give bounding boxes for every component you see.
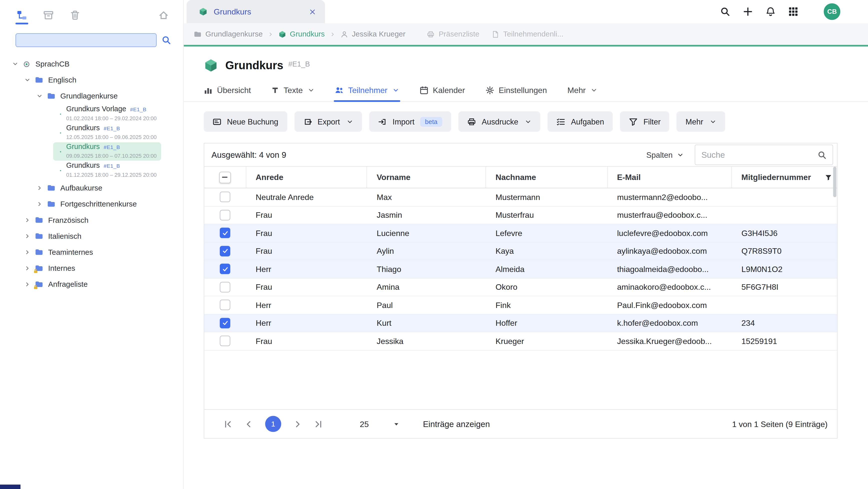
- table-row[interactable]: HerrPaul FinkPaul.Fink@edoobox.com: [204, 296, 837, 314]
- ausdrucke-button[interactable]: Ausdrucke: [458, 111, 540, 132]
- tree-node-englisch[interactable]: Englisch: [0, 72, 183, 88]
- table-search-input[interactable]: [702, 150, 817, 160]
- tab-texte[interactable]: Texte: [271, 86, 314, 101]
- chevron-right-icon[interactable]: [25, 249, 30, 255]
- breadcrumb-item-praesenzliste[interactable]: Präsenzliste: [427, 30, 479, 38]
- course-cube-icon: [278, 30, 286, 38]
- apps-grid-icon[interactable]: [788, 7, 798, 17]
- row-checkbox[interactable]: [220, 282, 230, 292]
- course-name: Grundkurs: [66, 124, 100, 133]
- tab-teilnehmer[interactable]: Teilnehmer: [335, 86, 399, 101]
- tab-kalender[interactable]: Kalender: [420, 86, 465, 101]
- import-button[interactable]: Import beta: [369, 111, 451, 132]
- chevron-down-icon: [710, 118, 717, 125]
- notifications-bell-icon[interactable]: [766, 7, 776, 17]
- tree-course[interactable]: Grundkurs Vorlage#E1_B 01.02.2024 18:00 …: [53, 105, 161, 123]
- row-checkbox[interactable]: [220, 336, 230, 346]
- row-checkbox[interactable]: [220, 210, 230, 220]
- gear-icon: [485, 86, 494, 94]
- open-tab-grundkurs[interactable]: Grundkurs: [187, 0, 325, 23]
- table-row[interactable]: FrauJessika KruegerJessika.Krueger@edoob…: [204, 332, 837, 350]
- row-checkbox[interactable]: [220, 318, 230, 328]
- chevron-right-icon[interactable]: [25, 281, 30, 287]
- col-vorname: Vorname: [367, 167, 486, 188]
- tree-node-teaminternes[interactable]: Teaminternes: [0, 244, 183, 260]
- chevron-right-icon[interactable]: [25, 217, 30, 223]
- tree-node-anfrageliste[interactable]: Anfrageliste: [0, 276, 183, 292]
- chevron-right-icon[interactable]: [25, 233, 30, 239]
- folder-icon: [35, 248, 43, 256]
- tree-node-aufbaukurse[interactable]: Aufbaukurse: [0, 180, 183, 196]
- text-icon: [271, 86, 279, 94]
- global-search-icon[interactable]: [720, 7, 730, 17]
- table-row[interactable]: FrauJasmin Musterfraumusterfrau@edoobox.…: [204, 206, 837, 224]
- current-page[interactable]: 1: [265, 416, 281, 432]
- tree-course[interactable]: Grundkurs#E1_B 01.12.2025 18:00 – 29.12.…: [53, 161, 161, 179]
- tree-label: Französisch: [48, 216, 88, 224]
- row-checkbox[interactable]: [220, 300, 230, 310]
- row-checkbox[interactable]: [220, 192, 230, 202]
- tree-view-icon[interactable]: [17, 10, 27, 20]
- table-row[interactable]: FrauAmina Okoroaminaokoro@edoobox.c... 5…: [204, 278, 837, 296]
- aufgaben-button[interactable]: Aufgaben: [548, 111, 613, 132]
- tree-node-franzoesisch[interactable]: Französisch: [0, 212, 183, 228]
- table-body: Neutrale AnredeMax Mustermannmustermann2…: [204, 188, 837, 350]
- table-row[interactable]: Neutrale AnredeMax Mustermannmustermann2…: [204, 188, 837, 206]
- neue-buchung-button[interactable]: Neue Buchung: [204, 111, 287, 132]
- filter-icon[interactable]: [825, 173, 832, 181]
- chevron-down-icon[interactable]: [12, 61, 18, 67]
- tree-node-fortgeschrittenenkurse[interactable]: Fortgeschrittenenkurse: [0, 196, 183, 212]
- col-mitgliedernummer: Mitgliedernummer: [732, 167, 837, 188]
- select-all-checkbox[interactable]: [219, 172, 231, 183]
- app: SprachCB Englisch Grundlagenkurse Grundk…: [0, 0, 868, 489]
- chevron-down-icon[interactable]: [36, 93, 42, 99]
- row-checkbox[interactable]: [220, 246, 230, 256]
- course-name: Grundkurs: [66, 162, 100, 170]
- tree-label: Aufbaukurse: [60, 184, 102, 192]
- home-icon[interactable]: [158, 10, 169, 20]
- chevron-right-icon[interactable]: [36, 185, 42, 191]
- breadcrumb-item-grundkurs[interactable]: Grundkurs: [278, 30, 325, 38]
- breadcrumb-item-jessika-krueger[interactable]: Jessika Krueger: [340, 30, 405, 38]
- archive-icon[interactable]: [43, 10, 54, 20]
- tab-uebersicht[interactable]: Übersicht: [204, 86, 251, 101]
- row-checkbox[interactable]: [220, 228, 230, 238]
- tree-course-selected[interactable]: Grundkurs#E1_B 09.09.2025 18:00 – 07.10.…: [53, 142, 161, 161]
- tree-node-sprachcb[interactable]: SprachCB: [0, 56, 183, 72]
- tab-mehr[interactable]: Mehr: [567, 86, 597, 101]
- course-dates: 01.02.2024 18:00 – 29.02.2024 20:00: [66, 115, 157, 121]
- last-page-button[interactable]: [312, 418, 324, 430]
- chevron-right-icon[interactable]: [36, 201, 42, 207]
- mehr-button[interactable]: Mehr: [677, 111, 725, 132]
- tree-node-grundlagenkurse[interactable]: Grundlagenkurse: [0, 88, 183, 104]
- chevron-right-icon[interactable]: [25, 265, 30, 271]
- table-row[interactable]: FrauLucienne Lefevreluclefevre@edoobox.c…: [204, 224, 837, 242]
- table-scrollbar[interactable]: [833, 167, 836, 409]
- prev-page-button[interactable]: [243, 418, 255, 430]
- row-checkbox[interactable]: [220, 264, 230, 274]
- table-row[interactable]: FrauAylin Kayaaylinkaya@edoobox.com Q7R8…: [204, 242, 837, 260]
- export-button[interactable]: Export: [294, 111, 362, 132]
- filter-button[interactable]: Filter: [620, 111, 670, 132]
- tab-einstellungen[interactable]: Einstellungen: [485, 86, 547, 101]
- add-icon[interactable]: [743, 7, 753, 17]
- next-page-button[interactable]: [292, 418, 304, 430]
- avatar[interactable]: CB: [824, 3, 840, 20]
- first-page-button[interactable]: [222, 418, 234, 430]
- breadcrumb-item-grundlagenkurse[interactable]: Grundlagenkurse: [194, 30, 263, 38]
- page-size-select[interactable]: 25: [360, 420, 400, 428]
- trash-icon[interactable]: [70, 10, 80, 20]
- spalten-dropdown[interactable]: Spalten: [646, 150, 684, 159]
- chevron-down-icon[interactable]: [25, 77, 30, 83]
- tree-node-internes[interactable]: Internes: [0, 260, 183, 276]
- close-icon[interactable]: [309, 8, 316, 15]
- search-icon[interactable]: [817, 150, 826, 159]
- sidebar-search-input[interactable]: [16, 33, 157, 47]
- tree-node-italienisch[interactable]: Italienisch: [0, 228, 183, 244]
- breadcrumb-item-teilnehmendenliste[interactable]: Teilnehmendenli...: [492, 30, 563, 38]
- sidebar-bottom-handle[interactable]: [0, 485, 21, 489]
- table-row[interactable]: HerrThiago Almeidathiagoalmeida@edoobo..…: [204, 260, 837, 278]
- search-icon[interactable]: [162, 35, 171, 45]
- table-row[interactable]: HerrKurt Hofferk.hofer@edoobox.com 234: [204, 314, 837, 332]
- tree-course[interactable]: Grundkurs#E1_B 12.05.2025 18:00 – 09.06.…: [53, 123, 161, 142]
